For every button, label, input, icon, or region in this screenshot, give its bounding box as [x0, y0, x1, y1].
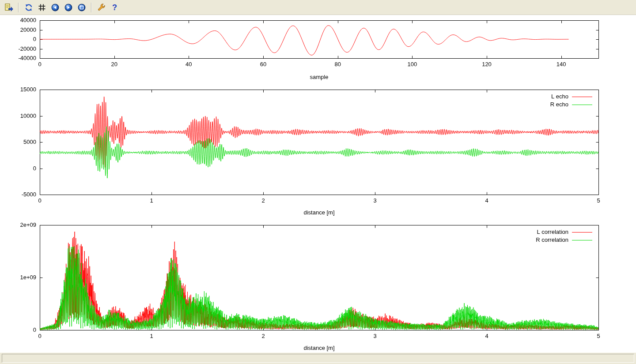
copy-clipboard-button[interactable] — [3, 1, 15, 13]
replot-button[interactable] — [23, 1, 34, 13]
zoom-next-icon — [64, 3, 73, 12]
toolbar-separator — [91, 3, 92, 12]
configure-button[interactable] — [95, 1, 107, 13]
zoom-next-button[interactable] — [62, 1, 74, 13]
grid-toggle-button[interactable] — [36, 1, 48, 13]
replot-icon — [24, 3, 33, 12]
zoom-previous-icon — [51, 3, 60, 12]
configure-icon — [97, 3, 106, 12]
autoscale-icon — [77, 3, 86, 12]
copy-clipboard-icon — [4, 3, 13, 12]
toolbar-separator — [18, 3, 19, 12]
plot-area — [0, 15, 636, 352]
zoom-previous-button[interactable] — [49, 1, 61, 13]
toolbar: ? — [0, 0, 636, 15]
gnuplot-window: ? — [0, 0, 636, 364]
help-button[interactable]: ? — [109, 1, 121, 13]
grid-icon — [38, 3, 46, 12]
status-field — [2, 354, 634, 363]
status-bar — [0, 352, 636, 364]
help-icon: ? — [112, 4, 117, 11]
autoscale-button[interactable] — [76, 1, 87, 13]
plots-canvas[interactable] — [0, 15, 636, 352]
